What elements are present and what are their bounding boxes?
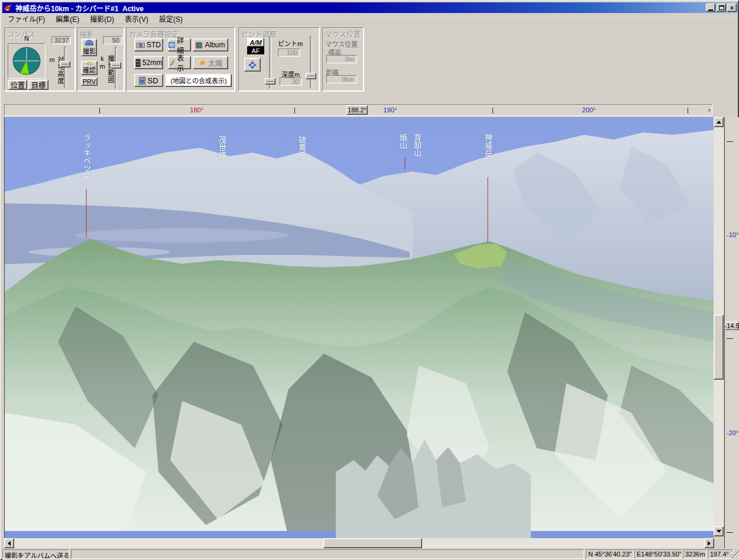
horizontal-scroll-thumb[interactable] bbox=[323, 538, 422, 548]
app-window: 神威岳から10km - カシバード#1 Active × ファイル(F) 編集(… bbox=[0, 0, 739, 560]
focus-distance-value: 100 bbox=[278, 48, 300, 57]
left-arrow-icon bbox=[8, 541, 11, 546]
af-indicator: AF bbox=[247, 47, 264, 54]
compass-panel-title: コンパス bbox=[7, 29, 35, 39]
vertical-scroll-thumb[interactable] bbox=[714, 315, 724, 380]
menu-bar: ファイル(F) 編集(E) 撮影(D) 表示(V) 設定(S) bbox=[2, 13, 738, 24]
status-message: 撮影をアルバムへ送る bbox=[2, 549, 69, 559]
sun-icon bbox=[199, 59, 206, 67]
elevation-label-minus20: -20° bbox=[727, 429, 738, 436]
compass-rose-icon bbox=[8, 44, 45, 78]
horizontal-scrollbar[interactable] bbox=[4, 538, 714, 548]
status-azimuth: 197.4° bbox=[708, 549, 733, 559]
peak-label-iou: 硫黄岳 bbox=[297, 136, 306, 159]
shoot-panel-title: 撮影 bbox=[80, 29, 94, 39]
album-button[interactable]: Album bbox=[193, 38, 228, 51]
maximize-button[interactable] bbox=[717, 4, 726, 12]
focus-panel: ピント調整 A/M AF ピントm 100 深度m 30 bbox=[238, 27, 319, 91]
crosshair-icon bbox=[248, 60, 257, 70]
elevation-ruler[interactable]: -10° -20° -14.5 bbox=[724, 117, 739, 548]
app-bird-icon bbox=[4, 4, 13, 12]
menu-item-settings[interactable]: 設定(S) bbox=[154, 12, 188, 25]
window-title: 神威岳から10km - カシバード#1 Active bbox=[15, 3, 144, 13]
title-bar: 神威岳から10km - カシバード#1 Active × bbox=[2, 2, 738, 13]
range-slider[interactable] bbox=[111, 47, 121, 89]
elevation-label-minus10: -10° bbox=[727, 231, 738, 238]
altitude-slider[interactable] bbox=[60, 47, 70, 89]
std-button[interactable]: STD bbox=[134, 38, 163, 51]
resize-grip[interactable] bbox=[731, 551, 739, 558]
map-overlay-button[interactable]: (地図との合成表示) bbox=[166, 74, 232, 87]
focus-slider[interactable] bbox=[265, 36, 275, 89]
detail-grid-icon bbox=[168, 42, 175, 48]
status-bar: 撮影をアルバムへ送る N 45°36'40.23" E148°50'33.50"… bbox=[2, 548, 739, 560]
focus-crosshair-button[interactable] bbox=[244, 58, 261, 72]
up-arrow-icon bbox=[717, 121, 721, 124]
depth-value: 30 bbox=[280, 77, 302, 86]
camera-blue-icon bbox=[85, 40, 94, 46]
confirm-button[interactable]: 確認 bbox=[81, 61, 98, 75]
lens-icon bbox=[135, 59, 141, 67]
camera-settings-panel: カメラ各種設定 STD 詳細 Album bbox=[126, 27, 235, 91]
shoot-button[interactable]: 撮影 bbox=[82, 39, 97, 56]
peak-label-kamui: 神威岳 bbox=[484, 134, 492, 157]
peak-leader-rakkibetsu bbox=[86, 189, 87, 238]
detail-button[interactable]: 詳細 bbox=[168, 38, 191, 51]
album-books-icon bbox=[196, 42, 203, 48]
lens-button[interactable]: 52mm bbox=[134, 56, 163, 69]
scroll-down-button[interactable] bbox=[714, 526, 724, 536]
depth-slider[interactable] bbox=[306, 36, 316, 89]
scroll-left-button[interactable] bbox=[4, 538, 14, 548]
peak-label-moyoro: 茂世路岳 bbox=[218, 136, 226, 167]
minimize-button[interactable] bbox=[706, 4, 715, 12]
azimuth-label-200: 200° bbox=[582, 106, 596, 114]
down-arrow-icon bbox=[717, 530, 721, 533]
elevation-current-indicator[interactable]: -14.5 bbox=[725, 322, 739, 330]
status-spacer-panel bbox=[71, 549, 584, 559]
menu-item-edit[interactable]: 編集(E) bbox=[50, 12, 85, 25]
azimuth-label-190: 190° bbox=[384, 106, 397, 114]
status-longitude: E148°50'33.50" bbox=[634, 549, 682, 559]
range-slider-thumb[interactable] bbox=[111, 62, 121, 69]
menu-item-shoot[interactable]: 撮影(D) bbox=[85, 12, 119, 25]
peak-leader-kamui bbox=[488, 177, 488, 242]
close-button[interactable]: × bbox=[727, 4, 737, 12]
menu-item-file[interactable]: ファイル(F) bbox=[2, 12, 50, 25]
camera-std-icon bbox=[137, 42, 145, 48]
sd-button[interactable]: SD bbox=[134, 74, 163, 87]
preview-button[interactable]: PRV bbox=[81, 77, 98, 86]
peak-label-seoroshi: 背卸山 bbox=[413, 134, 421, 157]
menu-item-view[interactable]: 表示(V) bbox=[119, 12, 154, 25]
azimuth-ruler[interactable]: 180° 190° 200° 188.2° › bbox=[4, 104, 712, 116]
focus-distance-label: ピントm bbox=[278, 38, 303, 48]
vertical-scrollbar[interactable] bbox=[714, 117, 724, 536]
terrain-render bbox=[5, 117, 714, 538]
azimuth-overflow-marker: › bbox=[708, 106, 711, 114]
scroll-up-button[interactable] bbox=[714, 117, 724, 127]
sun-button[interactable]: 太陽 bbox=[193, 56, 228, 69]
mouse-distance-value: 0km bbox=[326, 75, 357, 83]
compass-dial[interactable] bbox=[8, 43, 46, 79]
compass-north-label: N bbox=[24, 35, 29, 42]
status-elevation: 3236m bbox=[683, 549, 707, 559]
display-button[interactable]: 表示 bbox=[168, 56, 191, 69]
mouse-position-title: マウス位置 bbox=[325, 29, 361, 39]
azimuth-label-180: 180° bbox=[190, 106, 204, 114]
peak-leader-yakeyama bbox=[405, 157, 406, 169]
altitude-value: 3237 bbox=[51, 36, 71, 44]
compass-panel: コンパス N 位置 目標 対地高度m 3237 bbox=[4, 27, 75, 91]
depth-slider-thumb[interactable] bbox=[306, 73, 316, 79]
altitude-slider-thumb[interactable] bbox=[60, 61, 70, 67]
compass-position-button[interactable]: 位置 bbox=[8, 80, 27, 90]
status-latitude: N 45°36'40.23" bbox=[586, 549, 634, 559]
focus-slider-thumb[interactable] bbox=[265, 78, 275, 85]
mouse-position-panel: マウス位置 マウス位置 標高 0m 距離 0km bbox=[322, 27, 364, 91]
terrain-view[interactable]: ラッキベツ岳 茂世路岳 硫黄岳 焼山 背卸山 神威岳 bbox=[4, 117, 714, 538]
camera-settings-title: カメラ各種設定 bbox=[129, 29, 179, 39]
compass-target-button[interactable]: 目標 bbox=[28, 80, 48, 90]
scroll-right-button[interactable] bbox=[704, 538, 714, 548]
mouse-elevation-value: 0m bbox=[326, 55, 357, 63]
azimuth-current-indicator[interactable]: 188.2° bbox=[346, 105, 368, 115]
af-mode-button[interactable]: A/M bbox=[247, 38, 264, 47]
right-arrow-icon bbox=[708, 541, 711, 546]
